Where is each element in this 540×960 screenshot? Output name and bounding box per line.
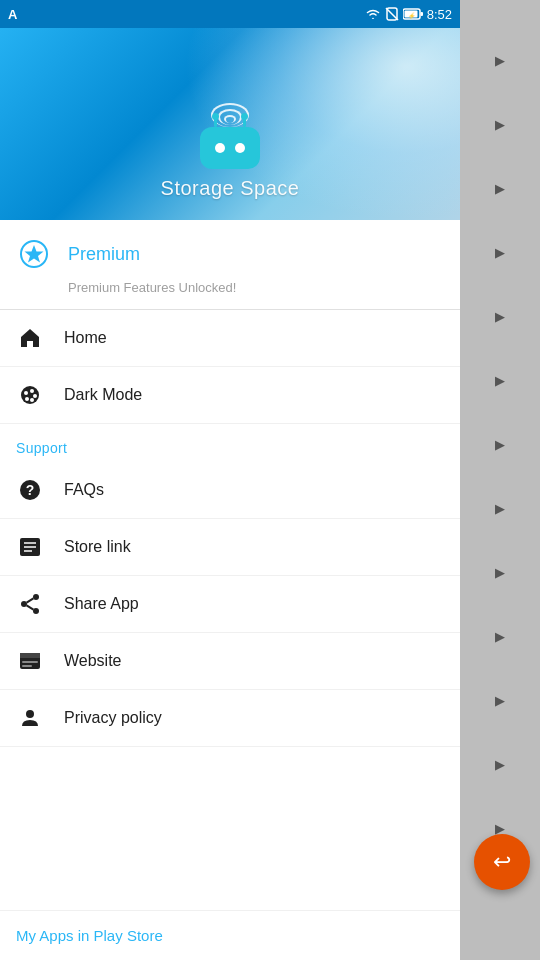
store-link-label: Store link [64, 538, 131, 556]
svg-rect-3 [420, 12, 423, 16]
svg-text:⚡: ⚡ [407, 12, 415, 20]
robot-eye-right [235, 143, 245, 153]
wifi-arc-small [224, 115, 236, 123]
app-indicator: A [8, 7, 17, 22]
drawer-header: Storage Space [0, 0, 460, 220]
antenna-tip-left [212, 113, 219, 120]
right-arrow-2 [460, 92, 540, 156]
menu-item-dark-mode[interactable]: Dark Mode [0, 367, 460, 424]
svg-rect-26 [20, 653, 40, 658]
premium-row[interactable]: Premium [16, 220, 444, 280]
right-arrow-10 [460, 604, 540, 668]
help-icon: ? [16, 476, 44, 504]
privacy-policy-label: Privacy policy [64, 709, 162, 727]
right-arrow-4 [460, 220, 540, 284]
svg-line-1 [386, 8, 398, 20]
premium-subtitle: Premium Features Unlocked! [16, 280, 444, 309]
fab-button[interactable]: ↩ [474, 834, 530, 890]
svg-line-24 [27, 605, 34, 609]
premium-section[interactable]: Premium Premium Features Unlocked! [0, 220, 460, 310]
status-left: A [8, 7, 17, 22]
robot-body-wrapper [200, 127, 260, 169]
support-section-header: Support [0, 424, 460, 462]
status-right: ⚡ 8:52 [365, 7, 452, 22]
website-icon [16, 647, 44, 675]
antenna-tip-right [241, 113, 248, 120]
time-display: 8:52 [427, 7, 452, 22]
svg-rect-28 [22, 665, 32, 667]
wifi-icon [365, 8, 381, 20]
premium-label: Premium [68, 244, 140, 265]
svg-line-23 [27, 598, 34, 602]
right-arrow-3 [460, 156, 540, 220]
svg-point-13 [25, 397, 29, 401]
home-label: Home [64, 329, 107, 347]
undo-icon: ↩ [493, 849, 511, 875]
home-icon [16, 324, 44, 352]
menu-item-website[interactable]: Website [0, 633, 460, 690]
svg-rect-27 [22, 661, 38, 663]
website-label: Website [64, 652, 122, 670]
wifi-arcs [205, 95, 255, 125]
robot-face [200, 127, 260, 169]
svg-point-29 [26, 710, 34, 718]
right-arrow-11 [460, 668, 540, 732]
palette-icon [16, 381, 44, 409]
robot-eye-left [215, 143, 225, 153]
right-arrow-12 [460, 732, 540, 796]
svg-point-12 [30, 398, 34, 402]
dark-mode-label: Dark Mode [64, 386, 142, 404]
list-icon [16, 533, 44, 561]
menu-item-faqs[interactable]: ? FAQs [0, 462, 460, 519]
share-icon [16, 590, 44, 618]
faqs-label: FAQs [64, 481, 104, 499]
svg-point-11 [33, 394, 37, 398]
no-sim-icon [385, 7, 399, 21]
premium-star-icon [16, 236, 52, 272]
svg-marker-7 [25, 245, 44, 263]
svg-point-9 [24, 391, 28, 395]
right-arrow-1 [460, 28, 540, 92]
right-arrow-6 [460, 348, 540, 412]
menu-item-store-link[interactable]: Store link [0, 519, 460, 576]
menu-section: Home Dark Mode Support [0, 310, 460, 910]
app-title: Storage Space [161, 177, 300, 200]
right-panel [460, 0, 540, 960]
status-bar: A ⚡ 8:52 [0, 0, 460, 28]
svg-text:?: ? [26, 482, 35, 498]
robot-eyes [215, 143, 245, 153]
battery-icon: ⚡ [403, 8, 423, 20]
share-app-label: Share App [64, 595, 139, 613]
robot-mascot [200, 95, 260, 169]
my-apps-link[interactable]: My Apps in Play Store [0, 910, 460, 960]
right-arrow-8 [460, 476, 540, 540]
right-arrow-9 [460, 540, 540, 604]
menu-item-share-app[interactable]: Share App [0, 576, 460, 633]
svg-point-10 [30, 389, 34, 393]
right-arrow-5 [460, 284, 540, 348]
privacy-icon [16, 704, 44, 732]
right-arrow-7 [460, 412, 540, 476]
navigation-drawer: A ⚡ 8:52 [0, 0, 460, 960]
menu-item-home[interactable]: Home [0, 310, 460, 367]
menu-item-privacy-policy[interactable]: Privacy policy [0, 690, 460, 747]
